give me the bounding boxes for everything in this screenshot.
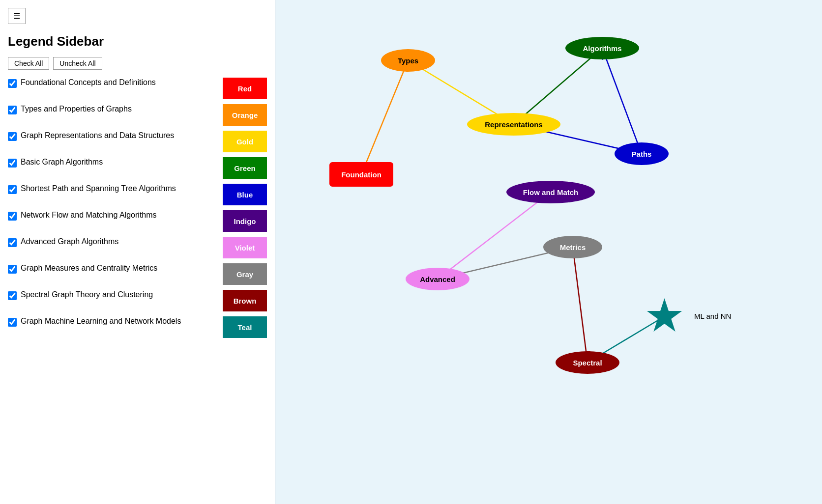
check-all-button[interactable]: Check All xyxy=(8,57,49,70)
node-ml[interactable]: ★ xyxy=(634,297,693,336)
checkbox-spectral[interactable] xyxy=(8,291,17,300)
checkbox-shortest[interactable] xyxy=(8,185,17,194)
legend-label-representations: Graph Representations and Data Structure… xyxy=(21,131,219,141)
color-swatch-advanced: Violet xyxy=(223,237,267,258)
node-metrics[interactable]: Metrics xyxy=(543,236,602,258)
legend-item-spectral: Spectral Graph Theory and ClusteringBrow… xyxy=(8,290,267,311)
node-flow[interactable]: Flow and Match xyxy=(506,181,595,203)
uncheck-all-button[interactable]: Uncheck All xyxy=(53,57,102,70)
color-swatch-foundational: Red xyxy=(223,78,267,99)
menu-button[interactable]: ☰ xyxy=(8,8,26,24)
color-swatch-basic: Green xyxy=(223,157,267,179)
sidebar-title: Legend Sidebar xyxy=(8,34,267,49)
legend-sidebar: ☰ Legend Sidebar Check All Uncheck All F… xyxy=(0,0,275,504)
legend-label-network: Network Flow and Matching Algorithms xyxy=(21,210,219,221)
edge-representations-algorithms xyxy=(514,48,602,124)
node-algorithms[interactable]: Algorithms xyxy=(565,37,639,59)
color-swatch-measures: Gray xyxy=(223,263,267,285)
button-row: Check All Uncheck All xyxy=(8,57,267,70)
legend-item-advanced: Advanced Graph AlgorithmsViolet xyxy=(8,237,267,258)
legend-label-advanced: Advanced Graph Algorithms xyxy=(21,237,219,247)
checkbox-representations[interactable] xyxy=(8,132,17,141)
legend-label-types: Types and Properties of Graphs xyxy=(21,104,219,114)
edge-metrics-spectral xyxy=(573,247,587,363)
legend-item-measures: Graph Measures and Centrality MetricsGra… xyxy=(8,263,267,285)
checkbox-advanced[interactable] xyxy=(8,238,17,247)
checkbox-network[interactable] xyxy=(8,212,17,221)
legend-label-foundational: Foundational Concepts and Definitions xyxy=(21,78,219,88)
checkbox-measures[interactable] xyxy=(8,265,17,274)
color-swatch-spectral: Brown xyxy=(223,290,267,311)
legend-label-ml: Graph Machine Learning and Network Model… xyxy=(21,316,219,327)
node-spectral[interactable]: Spectral xyxy=(556,351,619,374)
legend-label-measures: Graph Measures and Centrality Metrics xyxy=(21,263,219,274)
color-swatch-ml: Teal xyxy=(223,316,267,338)
checkbox-ml[interactable] xyxy=(8,318,17,327)
node-label-ml: ML and NN xyxy=(694,312,731,320)
legend-label-spectral: Spectral Graph Theory and Clustering xyxy=(21,290,219,300)
edge-foundation-types xyxy=(361,60,408,174)
node-paths[interactable]: Paths xyxy=(615,142,669,165)
checkbox-foundational[interactable] xyxy=(8,79,17,88)
checkbox-types[interactable] xyxy=(8,106,17,114)
legend-label-shortest: Shortest Path and Spanning Tree Algorith… xyxy=(21,184,219,194)
color-swatch-types: Orange xyxy=(223,104,267,126)
legend-label-basic: Basic Graph Algorithms xyxy=(21,157,219,168)
legend-item-types: Types and Properties of GraphsOrange xyxy=(8,104,267,126)
node-foundation[interactable]: Foundation xyxy=(329,162,393,187)
node-advanced[interactable]: Advanced xyxy=(406,268,470,290)
checkbox-basic[interactable] xyxy=(8,159,17,168)
legend-item-foundational: Foundational Concepts and DefinitionsRed xyxy=(8,78,267,99)
legend-list: Foundational Concepts and DefinitionsRed… xyxy=(8,78,267,338)
node-types[interactable]: Types xyxy=(381,49,435,72)
legend-item-network: Network Flow and Matching AlgorithmsIndi… xyxy=(8,210,267,232)
graph-area: FoundationTypesRepresentationsAlgorithms… xyxy=(275,0,822,504)
node-representations[interactable]: Representations xyxy=(467,113,560,136)
color-swatch-shortest: Blue xyxy=(223,184,267,205)
legend-item-basic: Basic Graph AlgorithmsGreen xyxy=(8,157,267,179)
legend-item-shortest: Shortest Path and Spanning Tree Algorith… xyxy=(8,184,267,205)
edge-algorithms-paths xyxy=(602,48,642,154)
legend-item-representations: Graph Representations and Data Structure… xyxy=(8,131,267,152)
color-swatch-representations: Gold xyxy=(223,131,267,152)
color-swatch-network: Indigo xyxy=(223,210,267,232)
legend-item-ml: Graph Machine Learning and Network Model… xyxy=(8,316,267,338)
